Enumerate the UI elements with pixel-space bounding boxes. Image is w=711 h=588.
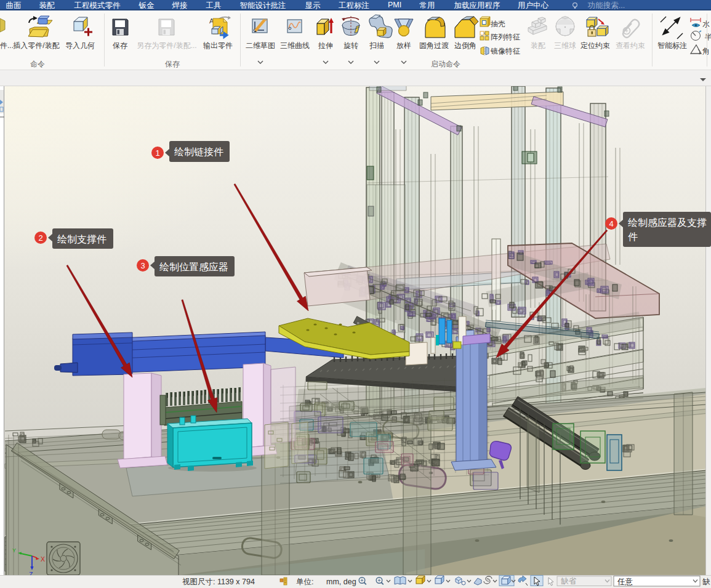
svg-text:任意: 任意	[617, 578, 633, 586]
svg-text:X: X	[41, 555, 45, 563]
svg-text:单位:: 单位:	[296, 578, 313, 586]
svg-text:3: 3	[140, 261, 145, 270]
svg-text:视图尺寸: 1139 x 794: 视图尺寸: 1139 x 794	[182, 578, 255, 586]
svg-text:Y: Y	[12, 547, 16, 554]
svg-text:1: 1	[155, 148, 159, 158]
svg-text:缺: 缺	[702, 578, 710, 586]
svg-text:绘制位置感应器: 绘制位置感应器	[159, 262, 228, 272]
svg-text:4: 4	[609, 219, 613, 228]
svg-text:缺省: 缺省	[561, 577, 577, 586]
svg-text:件: 件	[628, 232, 638, 242]
svg-text:绘制支撑件: 绘制支撑件	[57, 234, 106, 244]
svg-text:Z: Z	[29, 571, 33, 575]
svg-text:2: 2	[38, 233, 42, 243]
svg-text:绘制链接件: 绘制链接件	[174, 147, 223, 157]
svg-text:绘制感应器及支撑: 绘制感应器及支撑	[628, 217, 707, 228]
svg-text:mm, deg: mm, deg	[326, 578, 356, 586]
